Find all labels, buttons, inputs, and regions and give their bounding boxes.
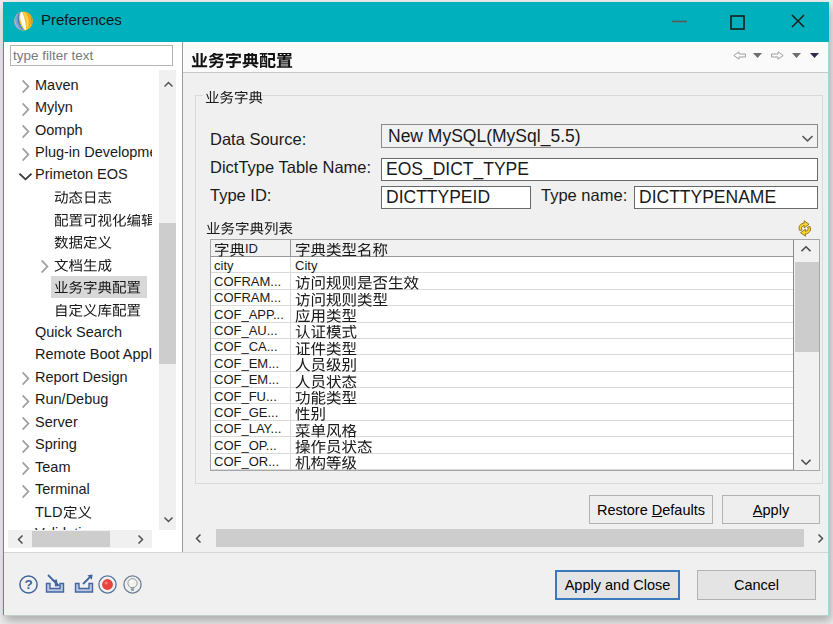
svg-text:?: ?: [24, 577, 32, 592]
